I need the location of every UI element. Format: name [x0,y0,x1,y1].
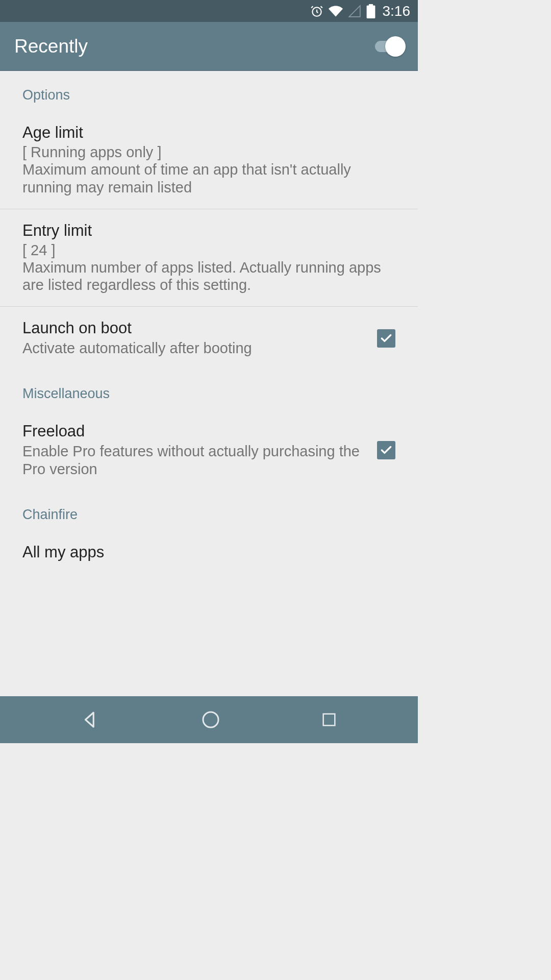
setting-value: [ Running apps only ] [22,144,395,161]
svg-rect-4 [323,714,335,726]
nav-home-button[interactable] [201,709,221,730]
status-bar: 3:16 [0,0,418,22]
setting-description: Maximum number of apps listed. Actually … [22,259,395,295]
setting-value: [ 24 ] [22,242,395,259]
setting-title: Age limit [22,124,395,142]
setting-all-my-apps[interactable]: All my apps [0,531,418,561]
setting-launch-on-boot[interactable]: Launch on boot Activate automatically af… [0,307,418,370]
settings-content: Options Age limit [ Running apps only ] … [0,71,418,561]
app-header: Recently [0,22,418,71]
setting-description: Activate automatically after booting [22,339,367,357]
signal-icon [348,5,361,18]
setting-title: Entry limit [22,222,395,240]
navigation-bar [0,696,418,743]
checkbox-launch-on-boot[interactable] [377,329,395,348]
setting-description: Enable Pro features without actually pur… [22,443,367,478]
svg-point-3 [203,712,218,727]
toggle-thumb [385,36,406,57]
setting-title: Freeload [22,422,367,440]
section-miscellaneous-header: Miscellaneous [0,370,418,410]
alarm-icon [310,5,323,18]
nav-back-button[interactable] [80,709,102,730]
setting-age-limit[interactable]: Age limit [ Running apps only ] Maximum … [0,111,418,209]
section-options-header: Options [0,71,418,111]
svg-rect-1 [366,5,375,18]
page-title: Recently [14,36,88,57]
section-chainfire-header: Chainfire [0,491,418,531]
battery-icon [366,4,375,18]
setting-title: Launch on boot [22,319,367,337]
checkbox-freeload[interactable] [377,441,395,459]
svg-rect-2 [368,4,372,6]
nav-recent-button[interactable] [320,711,338,728]
setting-description: Maximum amount of time an app that isn't… [22,161,395,197]
setting-entry-limit[interactable]: Entry limit [ 24 ] Maximum number of app… [0,209,418,307]
main-toggle[interactable] [375,41,404,52]
setting-freeload[interactable]: Freeload Enable Pro features without act… [0,410,418,491]
status-time: 3:16 [383,3,411,19]
setting-title: All my apps [22,543,395,561]
wifi-icon [329,4,343,18]
